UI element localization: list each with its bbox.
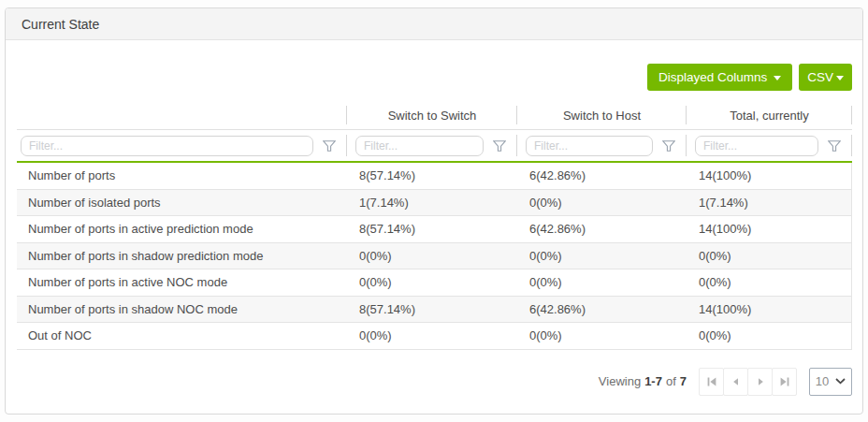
- filter-input-switch-to-switch[interactable]: [355, 136, 484, 156]
- funnel-icon[interactable]: [828, 140, 841, 152]
- table-row[interactable]: Number of ports in active NOC mode 0(0%)…: [17, 269, 851, 297]
- cell-total-currently: 1(7.14%): [687, 190, 852, 216]
- panel-body: Displayed Columns CSV Switch to Switch S…: [6, 64, 862, 396]
- previous-page-icon: [731, 377, 741, 386]
- funnel-icon[interactable]: [323, 140, 336, 152]
- filter-input-total-currently[interactable]: [695, 136, 818, 156]
- last-page-button[interactable]: [772, 368, 797, 396]
- table-row[interactable]: Number of ports in shadow NOC mode 8(57.…: [17, 297, 851, 324]
- caret-down-icon: [836, 76, 844, 80]
- cell-switch-to-host: 6(42.86%): [517, 163, 687, 189]
- current-state-table: Switch to Switch Switch to Host Total, c…: [17, 101, 852, 350]
- row-label: Number of ports in shadow NOC mode: [17, 297, 347, 323]
- last-page-icon: [779, 376, 790, 387]
- cell-total-currently: 14(100%): [687, 297, 852, 323]
- next-page-icon: [756, 377, 765, 386]
- viewing-range: 1-7: [644, 374, 662, 388]
- pagination: Viewing 1-7 of 7: [17, 368, 852, 396]
- cell-switch-to-host: 0(0%): [517, 190, 687, 216]
- filter-input-label[interactable]: [21, 136, 313, 156]
- column-header-switch-to-switch[interactable]: Switch to Switch: [347, 101, 517, 129]
- cell-switch-to-host: 0(0%): [517, 323, 687, 349]
- cell-switch-to-host: 6(42.86%): [517, 297, 687, 323]
- cell-total-currently: 0(0%): [687, 323, 852, 349]
- cell-total-currently: 0(0%): [687, 243, 852, 269]
- csv-label: CSV: [807, 70, 833, 84]
- page-size-value: 10: [816, 374, 829, 388]
- viewing-of-label: of: [666, 374, 676, 388]
- table-body: Number of ports 8(57.14%) 6(42.86%) 14(1…: [17, 163, 852, 350]
- current-state-panel: Current State Displayed Columns CSV Swit…: [5, 7, 863, 415]
- filter-input-switch-to-host[interactable]: [526, 136, 653, 156]
- filter-cell-label: [17, 130, 347, 161]
- row-label: Number of isolated ports: [17, 190, 347, 216]
- table-row[interactable]: Number of isolated ports 1(7.14%) 0(0%) …: [17, 190, 851, 217]
- cell-switch-to-switch: 8(57.14%): [347, 297, 517, 323]
- panel-title: Current State: [22, 17, 99, 32]
- cell-total-currently: 14(100%): [687, 163, 852, 189]
- csv-button[interactable]: CSV: [799, 64, 852, 91]
- page-size-select[interactable]: 10: [809, 368, 852, 396]
- cell-total-currently: 0(0%): [687, 269, 852, 296]
- caret-down-icon: [774, 76, 781, 80]
- table-row[interactable]: Number of ports in active prediction mod…: [17, 216, 851, 243]
- toolbar: Displayed Columns CSV: [17, 64, 852, 91]
- column-header-empty: [17, 101, 347, 129]
- row-label: Number of ports in shadow prediction mod…: [17, 243, 347, 269]
- pager-buttons: [699, 368, 797, 396]
- cell-switch-to-switch: 0(0%): [347, 243, 517, 269]
- table-row[interactable]: Number of ports in shadow prediction mod…: [17, 243, 851, 270]
- funnel-icon[interactable]: [493, 140, 506, 152]
- viewing-total: 7: [680, 374, 687, 388]
- displayed-columns-button[interactable]: Displayed Columns: [647, 64, 792, 91]
- cell-switch-to-host: 6(42.86%): [517, 216, 687, 242]
- cell-switch-to-switch: 1(7.14%): [347, 190, 517, 216]
- first-page-icon: [706, 376, 717, 387]
- funnel-icon[interactable]: [662, 140, 675, 152]
- next-page-button[interactable]: [747, 368, 773, 396]
- column-header-switch-to-host[interactable]: Switch to Host: [517, 101, 687, 129]
- cell-switch-to-switch: 0(0%): [347, 323, 517, 349]
- table-row[interactable]: Out of NOC 0(0%) 0(0%) 0(0%): [17, 323, 851, 350]
- displayed-columns-label: Displayed Columns: [658, 70, 767, 84]
- cell-switch-to-host: 0(0%): [517, 243, 687, 269]
- table-header-row: Switch to Switch Switch to Host Total, c…: [17, 101, 852, 130]
- cell-switch-to-host: 0(0%): [517, 269, 687, 296]
- cell-switch-to-switch: 0(0%): [347, 269, 517, 296]
- cell-switch-to-switch: 8(57.14%): [347, 163, 517, 189]
- first-page-button[interactable]: [699, 368, 724, 396]
- filter-row: [17, 130, 852, 161]
- viewing-status: Viewing 1-7 of 7: [599, 374, 687, 388]
- cell-switch-to-switch: 8(57.14%): [347, 216, 517, 242]
- cell-total-currently: 14(100%): [687, 216, 852, 242]
- row-label: Number of ports: [17, 163, 347, 189]
- row-label: Out of NOC: [17, 323, 347, 349]
- previous-page-button[interactable]: [723, 368, 748, 396]
- panel-header: Current State: [6, 8, 862, 40]
- viewing-label: Viewing: [599, 374, 641, 388]
- row-label: Number of ports in active prediction mod…: [17, 216, 347, 242]
- filter-cell-switch-to-switch: [347, 130, 517, 161]
- filter-cell-switch-to-host: [517, 130, 687, 161]
- row-label: Number of ports in active NOC mode: [17, 269, 347, 296]
- chevron-down-icon: [835, 378, 846, 385]
- column-header-total-currently[interactable]: Total, currently: [687, 101, 852, 129]
- filter-cell-total-currently: [687, 130, 852, 161]
- table-row[interactable]: Number of ports 8(57.14%) 6(42.86%) 14(1…: [17, 163, 851, 190]
